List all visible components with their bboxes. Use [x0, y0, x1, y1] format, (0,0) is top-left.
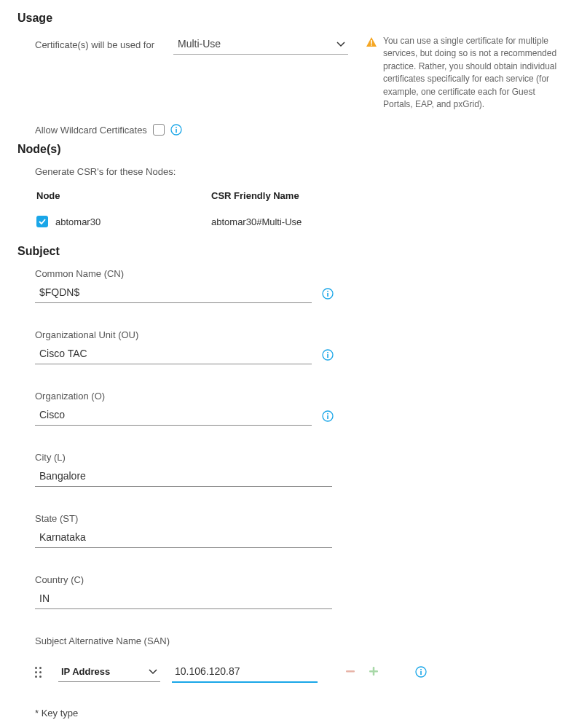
- svg-rect-4: [176, 129, 177, 133]
- c-field[interactable]: [35, 590, 332, 609]
- usage-heading: Usage: [17, 12, 563, 25]
- wildcard-checkbox[interactable]: [153, 124, 165, 136]
- chevron-down-icon: [149, 669, 157, 675]
- csr-friendly-name: abtomar30#Multi-Use: [211, 216, 473, 227]
- usage-select[interactable]: Multi-Use: [173, 35, 348, 55]
- o-label: Organization (O): [35, 391, 563, 402]
- svg-rect-9: [327, 352, 328, 353]
- st-field[interactable]: [35, 528, 332, 548]
- info-icon[interactable]: [322, 349, 334, 361]
- nodes-table: Node CSR Friendly Name abtomar30 abtomar…: [36, 190, 473, 227]
- node-name: abtomar30: [55, 216, 101, 227]
- svg-rect-14: [346, 670, 355, 673]
- usage-note-text: You can use a single certificate for mul…: [383, 35, 562, 111]
- svg-rect-3: [176, 127, 177, 128]
- chevron-down-icon: [336, 42, 345, 47]
- drag-handle-icon[interactable]: [35, 667, 47, 678]
- table-row: abtomar30 abtomar30#Multi-Use: [36, 216, 473, 227]
- l-field[interactable]: [35, 467, 332, 487]
- info-icon[interactable]: [170, 124, 182, 136]
- svg-rect-19: [420, 671, 422, 675]
- ou-field[interactable]: [35, 345, 312, 364]
- svg-rect-10: [327, 354, 328, 358]
- info-icon[interactable]: [322, 410, 334, 422]
- cn-label: Common Name (CN): [35, 268, 563, 279]
- svg-rect-1: [371, 44, 372, 46]
- svg-rect-13: [327, 415, 328, 419]
- subject-heading: Subject: [17, 245, 563, 258]
- usage-select-value: Multi-Use: [178, 38, 221, 50]
- st-label: State (ST): [35, 513, 563, 524]
- cert-usage-label: Certificate(s) will be used for: [35, 39, 159, 50]
- nodes-col-csr-header: CSR Friendly Name: [211, 190, 473, 201]
- cn-field[interactable]: [35, 283, 312, 303]
- nodes-desc: Generate CSR's for these Nodes:: [35, 166, 563, 177]
- o-field[interactable]: [35, 406, 312, 426]
- remove-san-button[interactable]: [344, 665, 357, 680]
- svg-rect-16: [373, 667, 375, 676]
- svg-rect-12: [327, 413, 328, 415]
- svg-rect-6: [327, 291, 328, 292]
- svg-rect-18: [420, 669, 422, 670]
- san-ip-field[interactable]: [172, 661, 318, 683]
- add-san-button[interactable]: [367, 665, 380, 680]
- keytype-label: * Key type: [35, 708, 563, 719]
- node-checkbox[interactable]: [36, 216, 48, 227]
- wildcard-label: Allow Wildcard Certificates: [35, 125, 147, 136]
- c-label: Country (C): [35, 574, 563, 585]
- info-icon[interactable]: [415, 666, 427, 678]
- warning-icon: [366, 36, 377, 50]
- nodes-heading: Node(s): [17, 143, 563, 156]
- san-type-select[interactable]: IP Address: [58, 662, 160, 682]
- svg-rect-0: [371, 40, 372, 44]
- info-icon[interactable]: [322, 288, 334, 300]
- nodes-col-node-header: Node: [36, 190, 211, 201]
- svg-rect-7: [327, 293, 328, 297]
- ou-label: Organizational Unit (OU): [35, 329, 563, 340]
- san-label: Subject Alternative Name (SAN): [35, 635, 563, 646]
- san-type-value: IP Address: [61, 666, 110, 677]
- l-label: City (L): [35, 452, 563, 463]
